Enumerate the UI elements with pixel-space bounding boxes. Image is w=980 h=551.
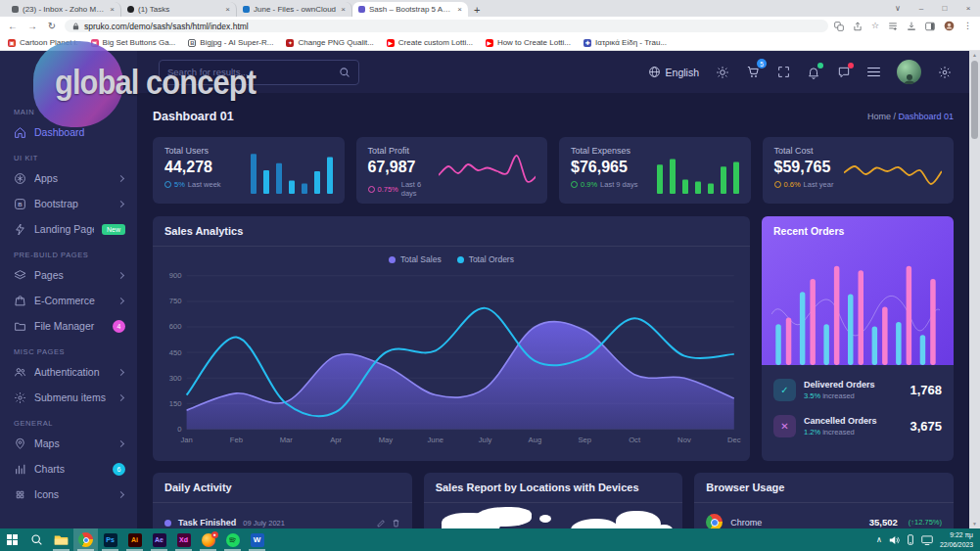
sidebar-section-label: MAIN (14, 108, 123, 116)
maximize-button[interactable]: □ (933, 4, 957, 13)
tab-tasks[interactable]: (1) Tasks × (121, 2, 237, 17)
reading-list-icon[interactable] (888, 22, 898, 31)
profile-avatar-icon[interactable] (944, 21, 955, 31)
browser-change: (↑12.75%) (909, 518, 942, 527)
illustrator-button[interactable]: Ai (122, 528, 147, 551)
layers-icon (14, 269, 26, 282)
address-bar[interactable]: spruko.com/demo/sash/sash/html/index.htm… (65, 20, 828, 32)
scroll-down-arrow[interactable]: ▼ (969, 520, 980, 528)
tab-close-icon[interactable]: × (225, 5, 230, 14)
adobe-xd-button[interactable]: Xd (171, 528, 196, 551)
settings-gear-icon[interactable] (938, 66, 952, 79)
sidebar-item-icons[interactable]: Icons (0, 482, 137, 507)
sidebar-item-submenu-items[interactable]: Submenu items (0, 385, 137, 410)
delta-note: Last week (188, 180, 221, 189)
charts-badge: 6 (113, 463, 125, 476)
breadcrumb-home[interactable]: Home (867, 112, 891, 121)
sidebar-item-authentication[interactable]: Authentication (0, 359, 137, 385)
stat-value: $76,965 (571, 159, 637, 176)
reload-icon[interactable]: ↻ (45, 21, 59, 31)
tab-close-icon[interactable]: × (341, 5, 346, 14)
bookmark-item[interactable]: ▶Create custom Lotti... (387, 38, 473, 47)
search-box[interactable] (159, 60, 359, 85)
messages-icon[interactable] (837, 66, 851, 79)
sidebar-item-charts[interactable]: Charts 6 (0, 456, 137, 482)
minimize-button[interactable]: – (910, 4, 933, 13)
sidebar-item-pages[interactable]: Pages (0, 262, 137, 288)
tab-zoho-mail[interactable]: (23) - Inbox - Zoho Mail (kamel: × (6, 2, 121, 17)
firefox-button[interactable]: ● (196, 528, 220, 551)
tray-expand-icon[interactable]: ∧ (876, 535, 882, 544)
messages-dot (848, 63, 854, 69)
start-button[interactable] (0, 528, 24, 551)
photoshop-button[interactable]: Ps (98, 528, 122, 551)
sidebar-item-file-manager[interactable]: File Manager 4 (0, 313, 137, 339)
network-icon[interactable] (921, 531, 933, 549)
cart-icon[interactable]: 5 (746, 65, 761, 79)
fullscreen-icon[interactable] (777, 66, 790, 78)
right-sidebar-toggle-icon[interactable] (867, 68, 880, 77)
svg-text:0: 0 (177, 425, 181, 434)
tab-close-icon[interactable]: × (457, 5, 462, 14)
volume-icon[interactable] (889, 531, 900, 549)
delta-value: 0.6% (784, 180, 801, 189)
new-tab-button[interactable]: + (474, 4, 480, 16)
page-scrollbar[interactable]: ▲ ▼ (969, 51, 980, 528)
search-icon[interactable] (331, 67, 358, 78)
notifications-bell-icon[interactable] (807, 66, 820, 79)
back-icon[interactable]: ← (6, 21, 20, 31)
chrome-taskbar-button[interactable] (73, 528, 98, 551)
legend-total-sales[interactable]: Total Sales (389, 254, 442, 264)
theme-sun-icon[interactable] (716, 66, 729, 79)
chevron-right-icon (117, 490, 124, 497)
file-explorer-button[interactable] (49, 528, 73, 551)
tab-owncloud[interactable]: June - Files - ownCloud × (237, 2, 352, 17)
browser-tabstrip: (23) - Inbox - Zoho Mail (kamel: × (1) T… (0, 0, 980, 17)
bookmark-item[interactable]: ▣Cartoon Planet i: (8, 38, 78, 47)
bookmark-item[interactable]: BBigjpg - AI Super-R... (188, 38, 273, 47)
forward-icon[interactable]: → (25, 21, 39, 31)
sidebar-item-maps[interactable]: Maps (0, 431, 137, 456)
sidebar-item-landing-page[interactable]: Landing Page New (0, 216, 137, 242)
trash-icon[interactable] (392, 514, 400, 528)
share-icon[interactable] (853, 22, 863, 31)
scrollbar-thumb[interactable] (971, 61, 978, 139)
kebab-menu-icon[interactable]: ⋮ (963, 22, 972, 30)
taskbar-clock[interactable]: 9:22 πμ 22/06/2023 (940, 530, 973, 548)
tab-close-icon[interactable]: × (110, 5, 115, 14)
bookmark-item[interactable]: ✦Change PNG Qualit... (286, 38, 373, 47)
legend-total-orders[interactable]: Total Orders (457, 254, 514, 264)
breadcrumb: Home / Dashboard 01 (867, 112, 954, 121)
stat-delta: 0.6% Last year (774, 180, 834, 189)
translate-icon[interactable] (834, 22, 844, 31)
close-button[interactable]: × (957, 4, 980, 13)
spotify-button[interactable] (220, 528, 245, 551)
sales-chart-wrap: 0150300450600750900JanFebMarAprMayJuneJu… (153, 266, 750, 454)
bookmark-item[interactable]: ▶How to Create Lotti... (486, 38, 571, 47)
main-content: Dashboard 01 Home / Dashboard 01 Total U… (137, 93, 969, 528)
download-icon[interactable] (907, 22, 916, 31)
sidebar-item-apps[interactable]: Apps (0, 165, 137, 191)
tab-search-icon[interactable]: ∨ (886, 4, 910, 13)
chevron-right-icon (117, 368, 124, 375)
word-button[interactable]: W (245, 528, 269, 551)
tab-sash-active[interactable]: Sash – Bootstrap 5 Admin & Da: × (352, 2, 468, 17)
sidebar-item-ecommerce[interactable]: E-Commerce (0, 288, 137, 313)
bookmark-item[interactable]: ✚Ιατρικά Είδη - Trau... (583, 38, 667, 47)
side-panel-icon[interactable] (925, 22, 935, 31)
sidebar-item-label: Apps (34, 172, 111, 184)
usb-icon[interactable] (907, 531, 914, 549)
user-avatar[interactable] (897, 60, 921, 84)
after-effects-button[interactable]: Ae (147, 528, 171, 551)
search-input[interactable] (160, 67, 331, 77)
sidebar-item-bootstrap[interactable]: B Bootstrap (0, 191, 137, 216)
apps-icon (14, 172, 26, 185)
stat-label: Total Users (164, 146, 221, 156)
edit-icon[interactable] (377, 514, 386, 528)
language-selector[interactable]: English (648, 66, 699, 78)
bookmark-star-icon[interactable]: ☆ (871, 22, 879, 30)
sidebar-item-dashboard[interactable]: Dashboard (0, 119, 137, 145)
scroll-up-arrow[interactable]: ▲ (969, 51, 980, 60)
bookmark-item[interactable]: ▣Big Set Buttons Ga... (91, 38, 176, 47)
taskbar-search-button[interactable] (24, 528, 49, 551)
